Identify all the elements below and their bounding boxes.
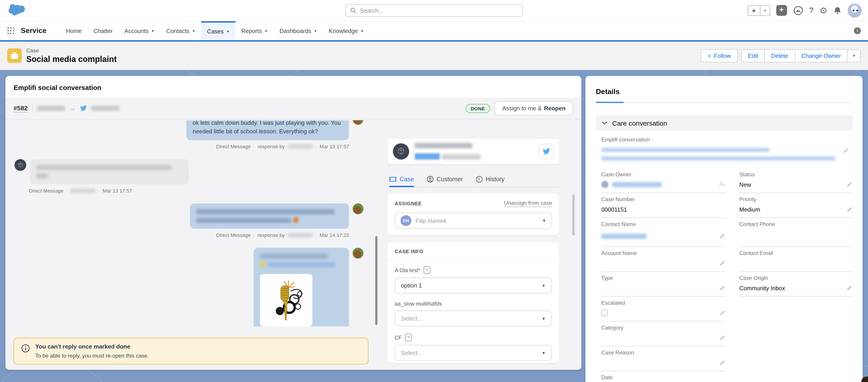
notification-bell-icon[interactable] — [833, 6, 842, 15]
user-avatar[interactable] — [848, 3, 862, 18]
more-actions-dropdown[interactable]: ▼ — [848, 49, 861, 62]
chevron-down-icon: ▼ — [542, 218, 546, 223]
panel-tabs: Case Customer History — [388, 176, 559, 187]
divider — [32, 104, 33, 113]
assign-and-reopen-button[interactable]: Assign to me &Reopen — [495, 101, 573, 115]
image-attachment[interactable] — [260, 274, 312, 326]
clock-icon — [475, 176, 483, 183]
panel-scrollbar[interactable] — [572, 194, 575, 235]
edit-pencil-icon[interactable] — [719, 233, 726, 239]
edit-pencil-icon[interactable] — [846, 285, 852, 291]
emplifi-conversation-field: Emplifi conversation — [596, 136, 852, 160]
redacted-customer-name — [414, 142, 472, 148]
app-launcher-waffle-icon[interactable] — [7, 27, 14, 34]
redacted-owner-name — [612, 182, 662, 187]
escalated-checkbox[interactable] — [601, 310, 608, 316]
edit-pencil-icon[interactable] — [719, 260, 726, 266]
nav-tab-chatter[interactable]: Chatter — [88, 21, 119, 40]
nav-tab-knowledge[interactable]: Knowledge▼ — [323, 21, 370, 40]
tab-customer[interactable]: Customer — [427, 176, 463, 187]
a-ola-test-select[interactable]: option 1 ▼ — [395, 278, 552, 293]
message-bubble: ok lets calm down buddy. I was just play… — [186, 120, 349, 140]
nav-tab-dashboards[interactable]: Dashboards▼ — [274, 21, 323, 40]
redacted-message-text — [36, 165, 172, 170]
care-conversation-accordion[interactable]: Care conversation — [596, 115, 852, 131]
aa-slow-multi-select[interactable]: Select... ▼ — [395, 311, 552, 326]
help-icon[interactable]: ? — [405, 333, 412, 341]
edit-pencil-icon[interactable] — [719, 335, 726, 341]
salesforce-logo-icon — [8, 4, 25, 17]
edit-button[interactable]: Edit — [741, 49, 765, 62]
nav-tab-contacts[interactable]: Contacts▼ — [160, 21, 201, 40]
delete-button[interactable]: Delete — [765, 49, 795, 62]
chat-scroll-area[interactable]: ok lets calm down buddy. I was just play… — [13, 120, 375, 326]
chevron-down-icon[interactable]: ▼ — [151, 29, 155, 32]
assignee-section-label: ASSIGNEE — [395, 201, 422, 206]
edit-pencil-icon[interactable] — [719, 310, 726, 316]
assignee-dropdown[interactable]: FH Filip Hamek ▼ — [395, 213, 552, 229]
chevron-down-icon: ▼ — [541, 283, 546, 288]
chevron-down-icon[interactable]: ▼ — [192, 29, 195, 32]
redacted-link-text — [268, 262, 335, 267]
help-icon[interactable]: ? — [809, 6, 814, 15]
nav-tab-cases[interactable]: Cases▼ — [201, 21, 236, 40]
chevron-down-icon[interactable]: ▼ — [226, 30, 230, 33]
field-contact-email: Contact Email — [739, 247, 852, 272]
chevron-down-icon — [602, 121, 607, 125]
chevron-down-icon[interactable]: ▼ — [265, 29, 268, 32]
edit-pencil-icon[interactable] — [719, 285, 726, 291]
emoji-icon — [260, 261, 266, 267]
agent-avatar — [352, 248, 364, 259]
cf-select[interactable]: Select... ▼ — [395, 345, 552, 361]
change-owner-button[interactable]: Change Owner — [795, 49, 848, 62]
chat-scrollbar[interactable] — [375, 236, 377, 325]
nav-tab-reports[interactable]: Reports▼ — [235, 21, 274, 40]
agent-avatar — [352, 203, 364, 214]
nav-tab-accounts[interactable]: Accounts▼ — [119, 21, 160, 40]
edit-pencil-icon[interactable] — [719, 359, 726, 366]
favorites-dropdown-icon[interactable]: ▼ — [760, 5, 770, 15]
edit-pencil-icon[interactable] — [843, 147, 849, 154]
redacted-message-text — [196, 218, 291, 223]
redacted-customer-handle — [442, 154, 481, 159]
global-search-input[interactable]: Search... — [345, 4, 523, 17]
assignee-name: Filip Hamek — [415, 217, 446, 224]
field-contact-name: Contact Name — [601, 218, 726, 247]
conversation-id-link[interactable]: #582 — [13, 104, 28, 112]
twitter-icon — [542, 148, 550, 155]
tab-history[interactable]: History — [475, 176, 504, 187]
chevron-down-icon[interactable]: ▼ — [314, 29, 317, 32]
widget-title: Emplifi social conversation — [5, 76, 581, 98]
field-contact-phone: Contact Phone — [739, 218, 852, 247]
search-icon — [350, 7, 356, 13]
nav-tabs: Home Chatter Accounts▼ Contacts▼ Cases▼ … — [60, 21, 370, 40]
message-bubble — [190, 203, 349, 229]
person-icon — [427, 176, 433, 183]
details-tab[interactable]: Details — [596, 88, 852, 96]
unassign-from-case-link[interactable]: Unassign from case — [504, 200, 552, 207]
case-info-section-label: CASE INFO — [395, 249, 552, 254]
redacted-link-text — [601, 148, 770, 152]
global-actions-plus-icon[interactable]: + — [776, 5, 787, 16]
info-icon[interactable]: i — [854, 27, 861, 34]
setup-gear-icon[interactable]: ⚙ — [819, 5, 827, 15]
page-title: Social media complaint — [26, 55, 117, 64]
chevron-down-icon[interactable]: ▼ — [361, 29, 364, 32]
favorites-star-icon[interactable]: ★ — [747, 5, 760, 15]
field-label: aa_slow multifsdfds — [395, 300, 552, 307]
nav-tab-home[interactable]: Home — [60, 21, 88, 40]
trailhead-icon[interactable] — [793, 5, 803, 15]
field-case-reason: Case Reason — [601, 346, 726, 371]
edit-pencil-icon[interactable] — [846, 206, 852, 213]
record-page-header: Case Social media complaint +Follow Edit… — [0, 41, 868, 70]
redacted-message-text — [260, 254, 328, 259]
field-status: Status New — [739, 168, 852, 193]
help-icon[interactable]: ? — [423, 266, 430, 274]
chat-message-outgoing — [254, 248, 364, 326]
divider — [388, 259, 559, 259]
edit-pencil-icon[interactable] — [846, 181, 852, 188]
change-owner-icon[interactable] — [719, 181, 726, 188]
follow-button[interactable]: +Follow — [701, 49, 738, 62]
twitter-profile-button[interactable] — [538, 144, 554, 159]
tab-case[interactable]: Case — [389, 176, 414, 187]
